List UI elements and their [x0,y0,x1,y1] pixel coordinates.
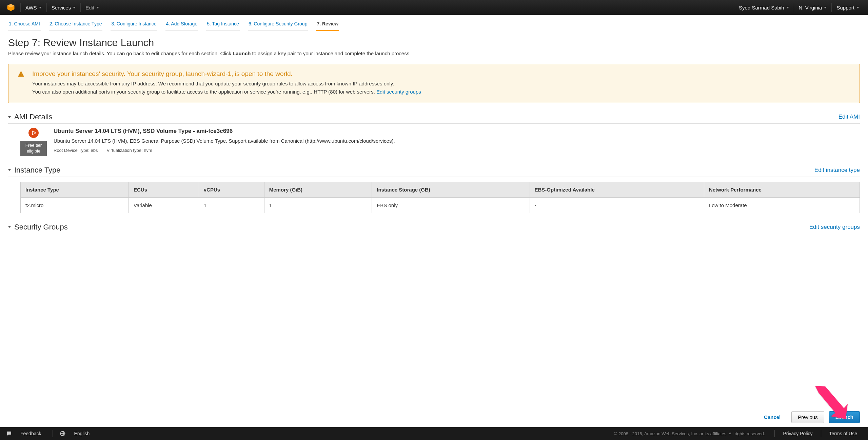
ami-details-row: Free tier eligible Ubuntu Server 14.04 L… [8,124,860,156]
alert-line-2-text: You can also open additional ports in yo… [32,89,376,95]
col-instance-type: Instance Type [21,182,129,197]
wizard-step-7[interactable]: 7. Review [316,21,339,31]
nav-user[interactable]: Syed Sarmad Sabih [734,0,793,15]
ami-root-device: Root Device Type: ebs [54,148,98,153]
svg-point-7 [32,134,33,135]
security-warning-alert: Improve your instances' security. Your s… [8,64,860,103]
nav-services[interactable]: Services [47,0,81,15]
svg-point-5 [35,132,36,133]
wizard-step-2[interactable]: 2. Choose Instance Type [49,21,103,31]
wizard-step-3[interactable]: 3. Configure Instance [111,21,157,31]
nav-region-label: N. Virginia [799,5,822,11]
nav-support[interactable]: Support [832,0,864,15]
nav-support-label: Support [836,5,854,11]
instance-type-section-title: Instance Type [14,166,814,175]
caret-down-icon [824,7,827,8]
nav-region[interactable]: N. Virginia [794,0,832,15]
nav-user-label: Syed Sarmad Sabih [739,5,784,11]
nav-edit[interactable]: Edit [81,0,104,15]
chevron-down-icon[interactable] [8,226,11,228]
cell-ebs-optimized: - [530,197,704,213]
svg-rect-3 [21,76,21,76]
ami-section-title: AMI Details [14,113,839,121]
edit-security-groups-link[interactable]: Edit security groups [376,89,421,95]
caret-down-icon [786,7,789,8]
cell-vcpus: 1 [199,197,264,213]
wizard-steps: 1. Choose AMI 2. Choose Instance Type 3.… [0,15,868,31]
col-network: Network Performance [704,182,860,197]
security-groups-section-header: Security Groups Edit security groups [8,223,860,234]
warning-icon [17,70,25,96]
page-content: Step 7: Review Instance Launch Please re… [0,31,868,274]
page-desc-bold: Launch [233,51,251,56]
chevron-down-icon[interactable] [8,169,11,171]
page-desc-post: to assign a key pair to your instance an… [251,51,411,56]
alert-heading: Improve your instances' security. Your s… [32,70,421,78]
ami-title: Ubuntu Server 14.04 LTS (HVM), SSD Volum… [54,128,395,135]
cell-network: Low to Moderate [704,197,860,213]
wizard-step-4[interactable]: 4. Add Storage [165,21,198,31]
instance-type-table: Instance Type ECUs vCPUs Memory (GiB) In… [20,182,860,213]
ami-section-header: AMI Details Edit AMI [8,113,860,124]
alert-line-1: Your instances may be accessible from an… [32,80,421,88]
nav-brand-label: AWS [25,5,37,11]
table-row: t2.micro Variable 1 1 EBS only - Low to … [21,197,860,213]
caret-down-icon [73,7,76,8]
col-storage: Instance Storage (GB) [372,182,530,197]
nav-services-label: Services [52,5,71,11]
cell-memory: 1 [264,197,372,213]
wizard-step-6[interactable]: 6. Configure Security Group [248,21,308,31]
instance-type-section-header: Instance Type Edit instance type [8,166,860,177]
caret-down-icon [96,7,99,8]
aws-logo-icon [6,3,16,12]
svg-point-6 [32,131,33,132]
nav-brand[interactable]: AWS [21,0,46,15]
col-ecus: ECUs [129,182,199,197]
free-tier-badge: Free tier eligible [20,141,47,156]
ami-description: Ubuntu Server 14.04 LTS (HVM), EBS Gener… [54,138,395,144]
nav-edit-label: Edit [85,5,94,11]
svg-point-4 [32,132,35,134]
top-nav: AWS Services Edit Syed Sarmad Sabih N. V… [0,0,868,15]
edit-ami-link[interactable]: Edit AMI [839,114,860,120]
edit-security-groups-section-link[interactable]: Edit security groups [809,224,860,231]
edit-instance-type-link[interactable]: Edit instance type [814,167,860,174]
page-description: Please review your instance launch detai… [8,51,860,56]
col-vcpus: vCPUs [199,182,264,197]
page-desc-pre: Please review your instance launch detai… [8,51,233,56]
col-ebs-optimized: EBS-Optimized Available [530,182,704,197]
caret-down-icon [39,7,42,8]
chevron-down-icon[interactable] [8,116,11,118]
security-groups-section-title: Security Groups [14,223,809,232]
wizard-step-1[interactable]: 1. Choose AMI [8,21,41,31]
col-memory: Memory (GiB) [264,182,372,197]
ubuntu-icon [28,128,39,138]
cell-storage: EBS only [372,197,530,213]
svg-rect-2 [21,73,21,75]
wizard-step-5[interactable]: 5. Tag Instance [206,21,240,31]
page-title: Step 7: Review Instance Launch [8,37,860,48]
cell-ecus: Variable [129,197,199,213]
alert-line-2: You can also open additional ports in yo… [32,88,421,96]
cell-instance-type: t2.micro [21,197,129,213]
caret-down-icon [856,7,859,8]
ami-virtualization: Virtualization type: hvm [107,148,152,153]
